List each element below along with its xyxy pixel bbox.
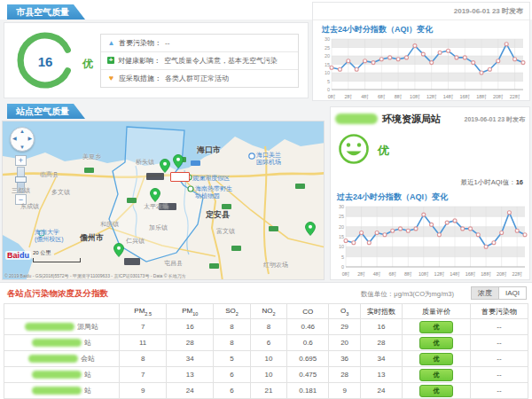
grade-cell: 优 [403, 367, 471, 383]
value-cell: 9 [120, 383, 167, 399]
column-header: 质量评价 [403, 304, 471, 319]
value-cell: 10 [250, 367, 286, 383]
zoom-slider-handle[interactable] [15, 176, 27, 183]
grade-cell: 优 [403, 351, 471, 367]
value-cell: 20 [329, 335, 360, 351]
svg-text:12时: 12时 [426, 94, 437, 99]
redacted-station-name [32, 387, 82, 395]
station-chart-title: 过去24小时分指数（AQI）变化 [337, 192, 448, 203]
map-scale: 20 公里 [33, 249, 81, 262]
quality-grade-badge: 优 [419, 321, 453, 333]
svg-text:22时: 22时 [510, 94, 520, 99]
value-cell: 8 [214, 335, 250, 351]
svg-text:14时: 14时 [443, 94, 454, 99]
value-cell: 8 [250, 319, 286, 335]
svg-text:10: 10 [325, 70, 330, 75]
pollutant-icon: ▲ [107, 39, 115, 47]
info-label: 首要污染物： [119, 38, 161, 48]
info-row-measures: ♥ 应采取措施： 各类人群可正常活动 [101, 70, 298, 87]
value-cell: 28 [360, 335, 402, 351]
station-pin-icon[interactable] [160, 159, 170, 173]
svg-text:12时: 12时 [434, 271, 445, 277]
grade-cell: 优 [403, 319, 471, 335]
info-row-primary-pollutant: ▲ 首要污染物： -- [101, 35, 298, 52]
svg-text:25: 25 [325, 45, 330, 51]
smiley-face-icon [337, 132, 371, 166]
quality-grade-badge: 优 [419, 337, 453, 349]
station-aqi-level: 优 [378, 143, 389, 159]
map-copyright: © 2019 Baidu - GS(2018)5572号 - 甲测资字11009… [4, 273, 186, 278]
svg-text:6时: 6时 [378, 94, 386, 99]
toggle-concentration[interactable]: 浓度 [471, 286, 498, 300]
map-pan-control[interactable]: ▲▼ ◀▶ [10, 127, 35, 152]
info-value: -- [165, 39, 169, 47]
heart-icon: ♥ [107, 74, 115, 82]
column-header: PM10 [167, 304, 214, 319]
pollutant-table-section: 各站点污染物浓度及分指数 数值单位：μg/m3(CO为mg/m3) 浓度 IAQ… [0, 282, 532, 399]
svg-text:8时: 8时 [404, 271, 412, 277]
value-cell: 28 [329, 367, 360, 383]
svg-text:25: 25 [339, 214, 344, 219]
station-pin-icon[interactable] [305, 222, 316, 236]
redacted-station-name [28, 355, 78, 363]
value-cell: 16 [360, 319, 402, 335]
value-cell: 9 [329, 383, 360, 399]
unit-note: 数值单位：μg/m3(CO为mg/m3) [361, 290, 454, 299]
station-name-suffix: 站 [84, 338, 91, 348]
column-header [4, 304, 120, 319]
map-zoom-control: + − [14, 155, 27, 205]
station-pin-icon[interactable] [150, 188, 160, 202]
info-label: 对健康影响： [118, 56, 160, 66]
column-header: SO2 [214, 304, 250, 319]
value-cell: 21 [250, 383, 286, 399]
primary-pollutant-cell: -- [470, 335, 528, 351]
svg-text:5: 5 [341, 254, 344, 260]
quality-grade-badge: 优 [419, 369, 453, 381]
zoom-out-button[interactable]: − [15, 194, 27, 205]
station-map[interactable]: ▲▼ ◀▶ + − 20 公里 BaiBaidudu © 2019 Baidu … [2, 121, 325, 280]
toggle-iaqi[interactable]: IAQI [498, 286, 527, 300]
station-name-suffix: 站 [84, 386, 91, 395]
value-cell: 10 [250, 351, 286, 367]
quality-grade-badge: 优 [419, 353, 453, 365]
zoom-slider[interactable] [17, 167, 25, 193]
station-name-cell: 站 [4, 335, 120, 351]
city-chart-title: 过去24小时分指数（AQI）变化 [322, 24, 433, 35]
station-name-cell: 站 [4, 383, 120, 399]
station-pin-icon[interactable] [173, 154, 184, 168]
city-aqi-chart: 0510152025300时2时4时6时8时10时12时14时16时18时20时… [317, 35, 528, 100]
station-name-suffix: 源局站 [77, 322, 98, 332]
divider [313, 20, 529, 20]
value-cell: 0.695 [287, 351, 329, 367]
value-cell: 6 [250, 335, 286, 351]
station-aqi-chart: 0510152025300时2时4时6时8时10时12时14时16时18时20时… [332, 203, 530, 278]
table-row: 站1128860.62028优-- [4, 335, 528, 351]
station-label-box [124, 258, 140, 265]
value-cell: 6 [214, 367, 250, 383]
value-cell: 13 [167, 367, 214, 383]
value-mode-toggle: 浓度 IAQI [471, 286, 527, 300]
info-value: 空气质量令人满意，基本无空气污染 [164, 56, 278, 66]
svg-text:20: 20 [339, 224, 344, 230]
city-aqi-level: 优 [82, 57, 93, 72]
svg-text:2时: 2时 [345, 94, 353, 99]
svg-text:30: 30 [325, 36, 330, 42]
city-publish-time: 2019-06-01 23 时发布 [454, 6, 523, 16]
svg-text:18时: 18时 [481, 271, 491, 277]
svg-text:18时: 18时 [476, 94, 487, 99]
table-row: 站7136100.4752813优-- [4, 367, 528, 383]
value-cell: 13 [360, 367, 402, 383]
value-cell: 11 [120, 335, 167, 351]
quality-grade-badge: 优 [419, 385, 453, 397]
value-cell: 34 [360, 351, 402, 367]
station-label-box [159, 203, 176, 210]
svg-text:16时: 16时 [459, 94, 470, 99]
value-cell: 16 [167, 319, 214, 335]
station-name-suffix: 会站 [81, 354, 95, 364]
svg-text:10: 10 [339, 244, 344, 249]
svg-text:20时: 20时 [497, 271, 507, 277]
primary-pollutant-cell: -- [470, 367, 528, 383]
primary-pollutant-cell: -- [470, 319, 528, 335]
station-pin-icon[interactable] [113, 243, 124, 257]
zoom-in-button[interactable]: + [15, 155, 27, 166]
